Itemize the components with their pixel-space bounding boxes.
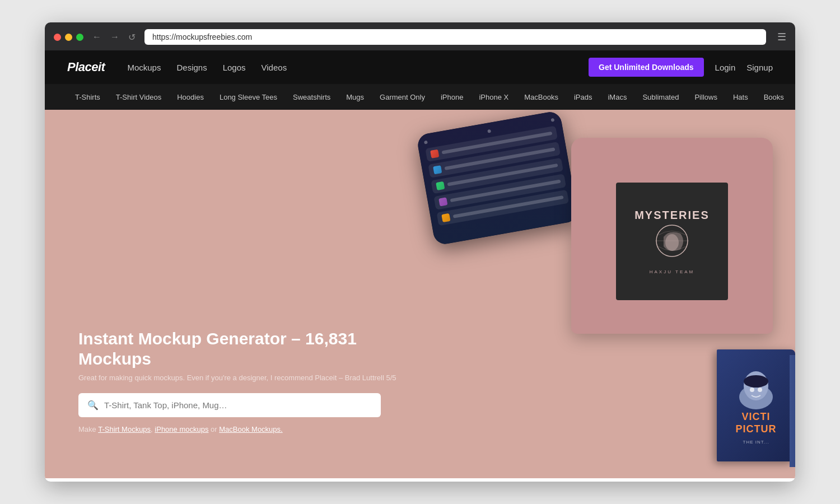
url-text: https://mockupsfreebies.com <box>152 32 252 41</box>
search-bar: 🔍 <box>78 393 381 417</box>
main-nav: Mockups Designs Logos Videos <box>127 63 566 72</box>
book-title: VICTIPICTUR <box>736 411 777 435</box>
phone-dot-2 <box>487 129 491 133</box>
hero-title: Instant Mockup Generator – 16,831 Mockup… <box>78 329 403 369</box>
cat-macbooks[interactable]: MacBooks <box>516 84 566 110</box>
hero-section: MYSTERIES HAXJU TEAM <box>45 110 795 478</box>
header-actions: Get Unlimited Downloads Login Signup <box>589 58 773 77</box>
cat-sublimated[interactable]: Sublimated <box>634 84 687 110</box>
book-subtitle: THE INT... <box>743 440 769 445</box>
cat-garment[interactable]: Garment Only <box>372 84 433 110</box>
maximize-button[interactable] <box>76 34 83 41</box>
phone-body <box>416 110 579 246</box>
cat-imacs[interactable]: iMacs <box>600 84 634 110</box>
browser-nav: ← → ↺ <box>90 31 138 44</box>
cat-hats[interactable]: Hats <box>725 84 756 110</box>
cat-iphone[interactable]: iPhone <box>433 84 471 110</box>
cat-tshirt-videos[interactable]: T-Shirt Videos <box>108 84 169 110</box>
traffic-lights <box>54 34 83 41</box>
site-logo[interactable]: Placeit <box>67 60 105 74</box>
book-spine <box>790 355 795 467</box>
cat-books[interactable]: Books <box>756 84 792 110</box>
forward-button[interactable]: → <box>108 31 122 43</box>
tshirt-label-sub: HAXJU TEAM <box>650 269 695 274</box>
search-input[interactable] <box>104 400 372 410</box>
app-icon-green <box>436 181 445 190</box>
svg-point-7 <box>758 388 762 392</box>
browser-window: ← → ↺ https://mockupsfreebies.com ☰ Plac… <box>45 22 795 482</box>
browser-chrome: ← → ↺ https://mockupsfreebies.com ☰ <box>45 22 795 50</box>
category-nav: T-Shirts T-Shirt Videos Hoodies Long Sle… <box>45 84 795 110</box>
cat-iphonex[interactable]: iPhone X <box>471 84 516 110</box>
minimize-button[interactable] <box>65 34 72 41</box>
cat-hoodies[interactable]: Hoodies <box>169 84 212 110</box>
link-sep-2: or <box>208 425 219 433</box>
hero-content: Instant Mockup Generator – 16,831 Mockup… <box>78 329 403 433</box>
tshirt-label-area: MYSTERIES HAXJU TEAM <box>616 183 728 300</box>
tshirt-body: MYSTERIES HAXJU TEAM <box>571 138 773 334</box>
browser-menu-icon[interactable]: ☰ <box>777 31 786 43</box>
cat-pillows[interactable]: Pillows <box>687 84 725 110</box>
login-button[interactable]: Login <box>715 63 736 72</box>
app-icon-red <box>430 150 439 158</box>
cat-tshirts[interactable]: T-Shirts <box>67 84 108 110</box>
close-button[interactable] <box>54 34 61 41</box>
hero-images: MYSTERIES HAXJU TEAM <box>403 110 795 478</box>
svg-point-1 <box>665 234 679 251</box>
nav-logos[interactable]: Logos <box>223 63 246 72</box>
tshirt-label-text: MYSTERIES <box>634 209 710 221</box>
signup-button[interactable]: Signup <box>746 63 773 72</box>
book-face-illustration <box>728 366 784 411</box>
cat-mugs[interactable]: Mugs <box>338 84 372 110</box>
nav-mockups[interactable]: Mockups <box>127 63 161 72</box>
phone-dot-3 <box>550 118 554 122</box>
tshirt-mockup: MYSTERIES HAXJU TEAM <box>566 115 778 339</box>
cat-ipads[interactable]: iPads <box>566 84 600 110</box>
refresh-button[interactable]: ↺ <box>126 31 138 44</box>
app-icon-blue <box>433 165 442 174</box>
address-bar[interactable]: https://mockupsfreebies.com <box>144 29 766 45</box>
get-unlimited-button[interactable]: Get Unlimited Downloads <box>589 58 704 77</box>
app-icon-orange <box>441 213 450 222</box>
cat-tote-bags[interactable]: Tote Bags <box>792 84 795 110</box>
search-icon: 🔍 <box>87 400 99 410</box>
app-icon-purple <box>438 197 447 206</box>
book-mockup: VICTIPICTUR THE INT... <box>717 349 795 473</box>
hero-subtitle: Great for making quick mockups. Even if … <box>78 374 403 382</box>
phone-screen <box>416 110 579 246</box>
nav-videos[interactable]: Videos <box>262 63 287 72</box>
cat-long-sleeve[interactable]: Long Sleeve Tees <box>212 84 285 110</box>
phone-dot-1 <box>424 141 428 144</box>
hero-links: Make T-Shirt Mockups, iPhone mockups or … <box>78 425 403 433</box>
tshirt-mockups-link[interactable]: T-Shirt Mockups <box>98 425 151 433</box>
macbook-mockups-link[interactable]: MacBook Mockups. <box>219 425 282 433</box>
nav-designs[interactable]: Designs <box>176 63 207 72</box>
iphone-mockups-link[interactable]: iPhone mockups <box>155 425 208 433</box>
svg-rect-5 <box>744 375 768 388</box>
back-button[interactable]: ← <box>90 31 104 43</box>
site-header: Placeit Mockups Designs Logos Videos Get… <box>45 50 795 84</box>
tshirt-illustration <box>638 221 706 266</box>
cat-sweatshirts[interactable]: Sweatshirts <box>285 84 338 110</box>
book-cover: VICTIPICTUR THE INT... <box>717 349 795 461</box>
hero-links-prefix: Make <box>78 425 98 433</box>
svg-point-6 <box>750 388 754 392</box>
